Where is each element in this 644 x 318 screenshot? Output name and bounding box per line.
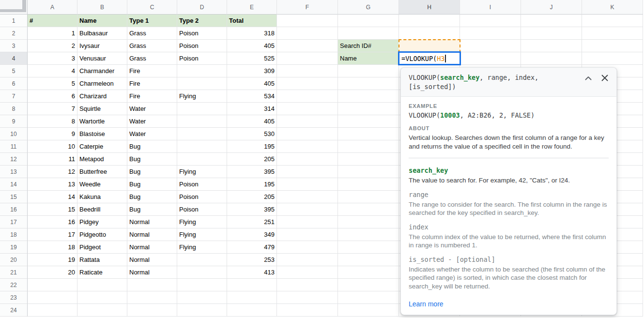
row-header-7[interactable]: 7: [0, 90, 28, 103]
cell-B22[interactable]: [77, 279, 127, 291]
cell-D23[interactable]: [177, 291, 227, 304]
cell-E8[interactable]: 314: [227, 103, 277, 115]
cell-G1[interactable]: [338, 15, 399, 27]
cell-B2[interactable]: Bulbasaur: [77, 27, 127, 40]
cell-C22[interactable]: [127, 279, 177, 291]
cell-D15[interactable]: Poison: [177, 191, 227, 203]
cell-G5[interactable]: [338, 65, 399, 77]
cell-A15[interactable]: 14: [28, 191, 77, 203]
cell-I4[interactable]: [460, 52, 521, 65]
row-header-9[interactable]: 9: [0, 115, 28, 128]
cell-D22[interactable]: [177, 279, 227, 291]
cell-G12[interactable]: [338, 153, 399, 166]
cell-B20[interactable]: Rattata: [77, 254, 127, 266]
cell-E10[interactable]: 530: [227, 128, 277, 140]
column-header-F[interactable]: F: [277, 0, 338, 15]
cell-A7[interactable]: 6: [28, 90, 77, 103]
cell-A19[interactable]: 18: [28, 241, 77, 254]
cell-G18[interactable]: [338, 228, 399, 241]
cell-G6[interactable]: [338, 77, 399, 90]
cell-C21[interactable]: Normal: [127, 266, 177, 279]
cell-A3[interactable]: 2: [28, 40, 77, 52]
cell-F4[interactable]: [277, 52, 338, 65]
column-header-C[interactable]: C: [127, 0, 177, 15]
column-header-I[interactable]: I: [460, 0, 521, 15]
cell-E6[interactable]: 405: [227, 77, 277, 90]
cell-C2[interactable]: Grass: [127, 27, 177, 40]
cell-F19[interactable]: [277, 241, 338, 254]
cell-F5[interactable]: [277, 65, 338, 77]
row-header-4[interactable]: 4: [0, 52, 28, 65]
cell-E20[interactable]: 253: [227, 254, 277, 266]
cell-F6[interactable]: [277, 77, 338, 90]
cell-F13[interactable]: [277, 166, 338, 178]
cell-D11[interactable]: [177, 140, 227, 153]
row-header-18[interactable]: 18: [0, 228, 28, 241]
cell-B8[interactable]: Squirtle: [77, 103, 127, 115]
cell-C7[interactable]: Fire: [127, 90, 177, 103]
cell-D8[interactable]: [177, 103, 227, 115]
cell-F23[interactable]: [277, 291, 338, 304]
select-all-corner[interactable]: [0, 0, 28, 15]
cell-I3[interactable]: [460, 40, 521, 52]
cell-F8[interactable]: [277, 103, 338, 115]
row-header-10[interactable]: 10: [0, 128, 28, 140]
row-header-22[interactable]: 22: [0, 279, 28, 291]
cell-G17[interactable]: [338, 216, 399, 228]
cell-G2[interactable]: [338, 27, 399, 40]
cell-E13[interactable]: 395: [227, 166, 277, 178]
cell-G13[interactable]: [338, 166, 399, 178]
cell-A24[interactable]: [28, 304, 77, 317]
cell-E5[interactable]: 309: [227, 65, 277, 77]
cell-B11[interactable]: Caterpie: [77, 140, 127, 153]
cell-B16[interactable]: Beedrill: [77, 203, 127, 216]
cell-J3[interactable]: [521, 40, 582, 52]
cell-E3[interactable]: 405: [227, 40, 277, 52]
cell-H2[interactable]: [399, 27, 460, 40]
cell-B18[interactable]: Pidgeotto: [77, 228, 127, 241]
cell-G7[interactable]: [338, 90, 399, 103]
cell-E22[interactable]: [227, 279, 277, 291]
cell-E12[interactable]: 205: [227, 153, 277, 166]
cell-F18[interactable]: [277, 228, 338, 241]
cell-C4[interactable]: Grass: [127, 52, 177, 65]
cell-C9[interactable]: Water: [127, 115, 177, 128]
cell-A2[interactable]: 1: [28, 27, 77, 40]
cell-A16[interactable]: 15: [28, 203, 77, 216]
row-header-19[interactable]: 19: [0, 241, 28, 254]
cell-E19[interactable]: 479: [227, 241, 277, 254]
cell-A6[interactable]: 5: [28, 77, 77, 90]
cell-D20[interactable]: [177, 254, 227, 266]
cell-F17[interactable]: [277, 216, 338, 228]
row-header-12[interactable]: 12: [0, 153, 28, 166]
cell-G19[interactable]: [338, 241, 399, 254]
cell-G16[interactable]: [338, 203, 399, 216]
row-header-13[interactable]: 13: [0, 166, 28, 178]
cell-A11[interactable]: 10: [28, 140, 77, 153]
cell-H1[interactable]: [399, 15, 460, 27]
learn-more-link[interactable]: Learn more: [409, 300, 444, 308]
cell-F15[interactable]: [277, 191, 338, 203]
cell-E2[interactable]: 318: [227, 27, 277, 40]
cell-C12[interactable]: Bug: [127, 153, 177, 166]
cell-D7[interactable]: Flying: [177, 90, 227, 103]
cell-J4[interactable]: [521, 52, 582, 65]
cell-K1[interactable]: [582, 15, 643, 27]
row-header-17[interactable]: 17: [0, 216, 28, 228]
cell-G15[interactable]: [338, 191, 399, 203]
cell-E15[interactable]: 205: [227, 191, 277, 203]
cell-F10[interactable]: [277, 128, 338, 140]
cell-G20[interactable]: [338, 254, 399, 266]
cell-F14[interactable]: [277, 178, 338, 191]
cell-D16[interactable]: Poison: [177, 203, 227, 216]
cell-B17[interactable]: Pidgey: [77, 216, 127, 228]
row-header-23[interactable]: 23: [0, 291, 28, 304]
cell-B23[interactable]: [77, 291, 127, 304]
cell-B1[interactable]: Name: [77, 15, 127, 27]
cell-F2[interactable]: [277, 27, 338, 40]
cell-F21[interactable]: [277, 266, 338, 279]
cell-D9[interactable]: [177, 115, 227, 128]
cell-C11[interactable]: Bug: [127, 140, 177, 153]
cell-A9[interactable]: 8: [28, 115, 77, 128]
cell-D6[interactable]: [177, 77, 227, 90]
